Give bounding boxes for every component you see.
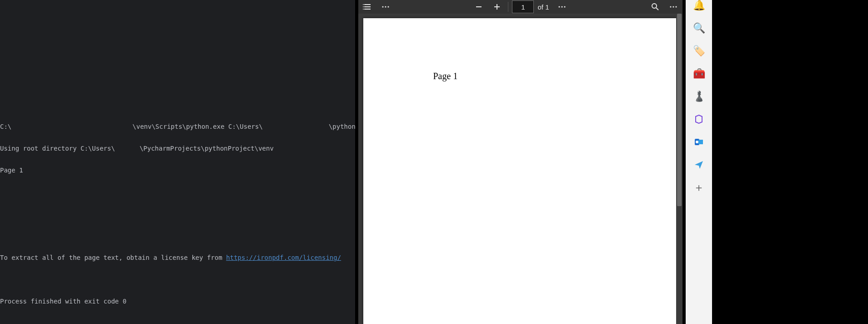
console-line [0, 210, 355, 218]
more-center-button[interactable] [553, 0, 571, 14]
console-line: To extract all of the page text, obtain … [0, 254, 355, 261]
svg-point-4 [363, 6, 364, 7]
outlook-icon[interactable] [693, 137, 704, 147]
pdf-toolbar: of 1 [358, 0, 682, 14]
svg-point-18 [672, 6, 674, 7]
svg-point-14 [564, 6, 565, 7]
svg-point-13 [561, 6, 562, 7]
pdf-viewport[interactable]: Page 1 [358, 14, 682, 324]
search-button[interactable] [646, 0, 664, 14]
notifications-icon[interactable]: 🔔 [693, 0, 704, 11]
svg-point-12 [558, 6, 560, 7]
zoom-sidebar-icon[interactable]: 🔍 [693, 23, 704, 34]
console-line [0, 232, 355, 239]
tag-icon[interactable]: 🏷️ [693, 46, 704, 56]
ellipsis-icon [381, 2, 390, 11]
office-icon [694, 114, 704, 124]
svg-rect-21 [698, 140, 703, 144]
toolbar-separator [508, 2, 508, 12]
console-output: C:\\venv\Scripts\python.exe C:\Users\\py… [0, 108, 355, 319]
send-icon[interactable] [693, 159, 704, 170]
pdf-scrollbar[interactable] [676, 14, 682, 324]
paper-plane-icon [694, 160, 704, 170]
add-app-button[interactable]: ＋ [693, 182, 704, 193]
svg-point-5 [363, 9, 364, 10]
search-icon [651, 2, 660, 11]
office365-icon[interactable] [693, 114, 704, 125]
pdf-viewer-pane: of 1 Page 1 [358, 0, 682, 324]
console-line [0, 188, 355, 196]
pdf-page: Page 1 [363, 18, 678, 324]
scrollbar-thumb[interactable] [677, 14, 682, 206]
svg-point-7 [385, 6, 386, 7]
windows-sidebar: 🔔 🔍 🏷️ 🧰 ♟️ ＋ [686, 0, 712, 324]
svg-line-16 [656, 8, 658, 10]
svg-point-22 [696, 141, 698, 143]
license-link[interactable]: https://ironpdf.com/licensing/ [226, 254, 341, 261]
pane-divider[interactable] [355, 0, 358, 324]
minus-icon [475, 3, 483, 11]
zoom-out-button[interactable] [470, 0, 488, 14]
console-line: Process finished with exit code 0 [0, 298, 355, 305]
outlook-svg-icon [694, 137, 704, 147]
toc-button[interactable] [358, 0, 376, 14]
page-count-label: of 1 [537, 3, 549, 11]
svg-point-17 [670, 6, 671, 7]
pdf-page-text: Page 1 [433, 71, 458, 81]
page-number-input[interactable] [512, 0, 534, 13]
svg-point-19 [675, 6, 677, 7]
console-line: Page 1 [0, 167, 355, 174]
console-line: C:\\venv\Scripts\python.exe C:\Users\\py… [0, 123, 355, 130]
more-right-button[interactable] [664, 0, 682, 14]
ellipsis-icon [669, 2, 678, 11]
chess-piece-icon[interactable]: ♟️ [693, 91, 704, 102]
plus-icon [493, 3, 501, 11]
ide-console-pane: C:\\venv\Scripts\python.exe C:\Users\\py… [0, 0, 355, 324]
svg-point-3 [363, 4, 364, 5]
console-line [0, 276, 355, 283]
console-line: Using root directory C:\Users\\PycharmPr… [0, 145, 355, 152]
toolbox-icon[interactable]: 🧰 [693, 68, 704, 79]
svg-point-8 [387, 6, 389, 7]
zoom-in-button[interactable] [488, 0, 506, 14]
more-left-button[interactable] [376, 0, 395, 14]
pane-gap [682, 0, 686, 324]
svg-point-15 [652, 4, 657, 8]
svg-point-6 [382, 6, 383, 7]
toc-icon [363, 2, 372, 11]
ellipsis-icon [557, 2, 567, 11]
